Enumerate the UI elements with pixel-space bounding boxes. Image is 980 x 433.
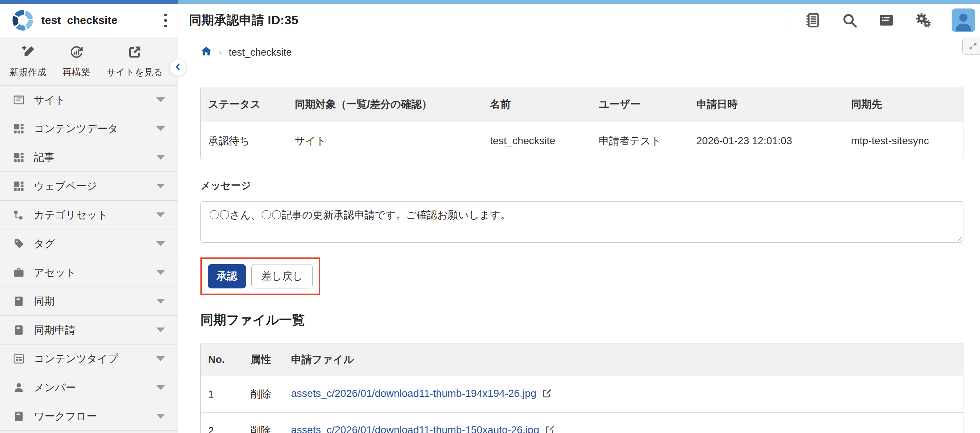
chevron-left-icon [173,62,183,73]
breadcrumb-site: test_checksite [229,47,292,58]
open-in-new-window-icon[interactable] [544,425,555,433]
window-list-icon[interactable] [878,12,895,29]
approve-button[interactable]: 承認 [208,264,246,288]
breadcrumb-separator: › [219,47,222,58]
sidebar-item-content-data[interactable]: コンテンツデータ [0,114,178,143]
file-cell: assets_c/2026/01/download11-thumb-194x19… [284,376,963,413]
chevron-down-icon [156,414,165,419]
header-divider [784,10,784,30]
sidebar-item-sync-request[interactable]: 同期申請 [0,316,178,345]
pencil-plus-icon [20,45,36,62]
sidebar-menu: サイト コンテンツデータ [0,86,178,431]
sidebar-item-category-sets[interactable]: カテゴリセット [0,201,178,229]
home-icon[interactable] [200,45,212,60]
chevron-down-icon [156,328,165,332]
col-no: No. [201,344,243,376]
user-avatar[interactable] [951,8,975,32]
chevron-down-icon [156,270,165,275]
sidebar: 新規作成 再構築 [0,37,178,433]
window-blocks-icon [13,353,27,365]
archive-icon [13,410,27,423]
rebuild-button[interactable]: 再構築 [63,45,90,78]
chevron-down-icon [156,97,165,102]
main-content: › test_checksite ステータス 同期対象（一覧/差分の確認） 名前… [178,37,980,433]
file-attr: 削除 [243,413,284,433]
col-sync-destination: 同期先 [844,87,963,122]
col-sync-target: 同期対象（一覧/差分の確認） [287,87,483,122]
briefcase-icon [13,266,27,279]
sidebar-item-workflow[interactable]: ワークフロー [0,402,178,431]
site-menu-kebab-icon[interactable] [163,12,169,29]
send-back-button[interactable]: 差し戻し [251,264,313,288]
chevron-down-icon [156,356,165,361]
sidebar-item-content-types[interactable]: コンテンツタイプ [0,345,178,373]
file-no: 1 [201,376,243,413]
open-in-new-window-icon[interactable] [542,388,552,401]
person-icon [13,381,27,394]
sidebar-collapse-button[interactable] [169,59,186,76]
sidebar-item-members[interactable]: メンバー [0,373,178,402]
file-no: 2 [201,413,243,433]
file-link[interactable]: assets_c/2026/01/download11-thumb-150xau… [291,424,539,433]
window-icon [13,94,27,106]
blocks-icon [13,180,27,193]
sidebar-item-sync[interactable]: 同期 [0,287,178,316]
documentation-icon[interactable] [804,12,821,29]
destination-value: mtp-test-sitesync [844,122,963,160]
annotation-highlight: 承認 差し戻し [200,257,320,295]
rebuild-label: 再構築 [63,66,90,78]
tag-icon [13,238,27,250]
chevron-down-icon [156,155,165,160]
sidebar-item-entries[interactable]: 記事 [0,143,178,172]
archive-icon [13,324,27,336]
chevron-down-icon [156,299,165,304]
movable-type-logo-icon [13,10,33,30]
header: test_checksite 同期承認申請 ID:35 [0,4,980,37]
tree-icon [13,209,27,221]
sidebar-item-site[interactable]: サイト [0,86,178,114]
search-icon[interactable] [841,12,858,29]
chevron-down-icon [156,213,165,217]
top-bar-primary-segment [0,0,178,4]
datetime-value: 2026-01-23 12:01:03 [689,122,844,160]
rebuild-icon [69,45,84,62]
view-site-label: サイトを見る [107,66,163,78]
table-row: 2 削除 assets_c/2026/01/download11-thumb-1… [201,413,963,433]
chevron-down-icon [156,241,165,246]
sync-files-table: No. 属性 申請ファイル 1 削除 assets_c/2026/01/down… [200,343,963,433]
create-new-button[interactable]: 新規作成 [10,45,46,78]
col-request-file: 申請ファイル [284,344,963,376]
sidebar-item-assets[interactable]: アセット [0,258,178,287]
table-row: 承認待ち サイト test_checksite 申請者テスト 2026-01-2… [201,122,963,160]
file-link[interactable]: assets_c/2026/01/download11-thumb-194x19… [291,388,536,399]
user-value: 申請者テスト [591,122,689,160]
col-name: 名前 [483,87,591,122]
settings-gears-icon[interactable] [915,12,932,29]
archive-icon [13,295,27,308]
sync-files-title: 同期ファイル一覧 [200,312,963,328]
header-site-area: test_checksite [0,4,178,37]
col-attribute: 属性 [243,344,284,376]
site-name: test_checksite [41,14,118,27]
col-status: ステータス [201,87,287,122]
sync-target-value: サイト [287,122,483,160]
breadcrumb: › test_checksite [200,46,963,59]
view-site-button[interactable]: サイトを見る [107,45,163,78]
sidebar-item-tags[interactable]: タグ [0,229,178,258]
status-value: 承認待ち [201,122,287,160]
sidebar-item-webpages[interactable]: ウェブページ [0,172,178,201]
message-label: メッセージ [200,179,963,192]
col-user: ユーザー [591,87,689,122]
chevron-down-icon [156,184,165,189]
col-request-datetime: 申請日時 [689,87,844,122]
chevron-down-icon [156,126,165,131]
header-toolbar [784,8,980,32]
top-bar-secondary-segment [178,0,980,4]
chevron-down-icon [156,385,165,390]
expand-arrows-icon [968,41,978,51]
table-row: 1 削除 assets_c/2026/01/download11-thumb-1… [201,376,963,413]
message-textarea[interactable]: 〇〇さん、〇〇記事の更新承認申請です。ご確認お願いします。 [200,201,963,243]
message-field-wrap: 〇〇さん、〇〇記事の更新承認申請です。ご確認お願いします。 [200,201,963,243]
expand-widget-button[interactable] [963,38,980,54]
request-summary-table: ステータス 同期対象（一覧/差分の確認） 名前 ユーザー 申請日時 同期先 承認… [200,87,963,160]
